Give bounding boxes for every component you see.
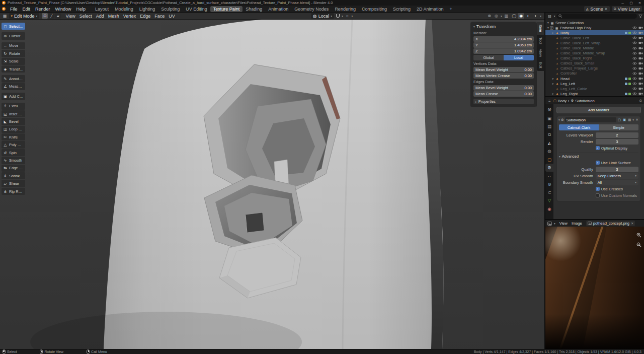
outliner-row[interactable]: ▸ ▲ Leg_Right	[545, 91, 644, 96]
maximize-button[interactable]: ▢	[627, 1, 635, 5]
menu-item[interactable]: Edit	[20, 7, 33, 12]
n-panel-tab[interactable]: View	[537, 46, 544, 59]
edit-mode-display-toggle[interactable]: ▢	[617, 118, 621, 122]
select-mode-button[interactable]: ⊡	[42, 13, 48, 19]
hide-in-viewport-eye-icon[interactable]	[632, 57, 637, 60]
render-display-toggle[interactable]: ▩	[627, 118, 631, 122]
gizmo-toggle-icon[interactable]: ⊕	[487, 14, 492, 18]
menu-item[interactable]: Render	[33, 7, 53, 12]
menu-item[interactable]: Help	[74, 7, 89, 12]
outliner-row[interactable]: ▲ Cable_Back_Left	[545, 35, 644, 40]
properties-tab-modifiers[interactable]: ⚙	[545, 164, 553, 172]
viewport-menu[interactable]: Mesh	[106, 14, 121, 19]
proportional-editing-icon[interactable]: ○	[345, 14, 350, 18]
unlink-image-icon[interactable]: ✕	[631, 222, 633, 226]
workspace-tab[interactable]: Modeling	[112, 6, 136, 12]
outliner-row[interactable]: ▸ ▲ Leg_Left	[545, 81, 644, 86]
disable-in-renders-camera-icon[interactable]	[638, 62, 643, 65]
tool-button[interactable]: ↔ Move	[2, 42, 25, 49]
object-name[interactable]: Cable_Back_Middle	[559, 46, 632, 50]
catmull-clark-button[interactable]: Catmull-Clark	[559, 124, 599, 130]
hide-in-viewport-eye-icon[interactable]	[632, 87, 637, 90]
outliner-search[interactable]	[556, 14, 637, 19]
hide-in-viewport-eye-icon[interactable]	[632, 41, 637, 44]
proportional-dropdown-icon[interactable]: ▾	[352, 15, 353, 18]
zoom-in-icon[interactable]	[636, 233, 641, 238]
hide-in-viewport-eye-icon[interactable]	[632, 92, 637, 95]
disable-in-renders-camera-icon[interactable]	[638, 36, 643, 39]
shading-mode-button[interactable]: ◯	[511, 13, 517, 19]
tool-button[interactable]: ↺ Spin	[2, 149, 25, 156]
global-button[interactable]: Global	[473, 55, 504, 60]
image-editor-menu[interactable]: Image	[570, 221, 584, 226]
tool-button[interactable]: ↻ Rotate	[2, 50, 25, 57]
workspace-tab[interactable]: Lighting	[136, 6, 158, 12]
workspace-tab[interactable]: Texture Paint	[210, 6, 243, 12]
viewport-menu[interactable]: Vertex	[121, 14, 138, 19]
object-name[interactable]: Cable_Back_Left_Wrap	[559, 41, 632, 45]
overlays-toggle-icon[interactable]: ◎	[494, 14, 499, 18]
filter-icon[interactable]	[638, 15, 642, 18]
outliner-row[interactable]: ▾ ✓ ▦ Pothead High Poly	[545, 25, 644, 30]
overlays-dropdown-icon[interactable]: ▾	[501, 15, 502, 18]
object-name[interactable]: Leg_Left	[559, 82, 625, 86]
workspace-tab[interactable]: Animation	[265, 6, 291, 12]
transform-orientation-dropdown[interactable]: ◍ Local ▾	[311, 13, 334, 19]
object-name[interactable]: Pothead High Poly	[559, 26, 632, 30]
n-panel-tab[interactable]: Item	[537, 22, 544, 35]
tool-button[interactable]: ∿ Smooth	[2, 157, 25, 164]
blender-logo-icon[interactable]	[2, 1, 6, 5]
transform-panel-header[interactable]: ▾ Transform	[473, 24, 534, 29]
disable-in-renders-camera-icon[interactable]	[638, 77, 643, 80]
tool-button[interactable]: ⋔ Rip Region	[2, 188, 25, 195]
hide-in-viewport-eye-icon[interactable]	[632, 62, 637, 65]
disable-in-renders-camera-icon[interactable]	[638, 41, 643, 44]
editor-type-icon[interactable]: ▦	[2, 14, 8, 18]
outliner-row[interactable]: ▲ Cables_Frayed_Large	[545, 66, 644, 71]
disclosure-icon[interactable]: ▸	[551, 31, 555, 34]
object-name[interactable]: Controller	[559, 71, 632, 76]
hide-in-viewport-eye-icon[interactable]	[632, 72, 637, 75]
hide-in-viewport-eye-icon[interactable]	[632, 31, 637, 34]
object-name[interactable]: Cables_Back_Small	[559, 61, 632, 65]
object-name[interactable]: Cable_Back_Right	[559, 56, 632, 60]
hide-in-viewport-eye-icon[interactable]	[632, 82, 637, 85]
vertex-data-field[interactable]: Mean Bevel Weight 0.00	[473, 67, 534, 73]
disable-in-renders-camera-icon[interactable]	[638, 31, 643, 34]
xray-toggle-icon[interactable]: ▥	[504, 14, 510, 18]
number-field[interactable]: 2	[596, 132, 638, 138]
disclosure-icon[interactable]: ▸	[551, 92, 555, 95]
object-name[interactable]: Cables_Frayed_Large	[559, 66, 632, 70]
properties-tab-particles[interactable]: ∴	[545, 172, 553, 180]
simple-button[interactable]: Simple	[599, 124, 638, 130]
outliner-row[interactable]: ▲ Cable_Back_Middle	[545, 45, 644, 50]
image-canvas[interactable]	[545, 227, 644, 349]
select-mode-button[interactable]: ▰	[55, 13, 61, 19]
disable-in-renders-camera-icon[interactable]	[638, 26, 643, 29]
search-input[interactable]	[564, 14, 635, 19]
properties-tab-world[interactable]: ◍	[545, 147, 553, 155]
viewport-menu[interactable]: Edge	[138, 14, 152, 19]
tool-button[interactable]: ◈ Transform	[2, 65, 25, 73]
tool-button[interactable]: △ Poly Build	[2, 141, 25, 148]
breadcrumb-modifier[interactable]: Subdivision	[575, 99, 594, 103]
viewport-menu[interactable]: UV	[167, 14, 177, 19]
median-axis-field[interactable]: X 4.2384 cm	[473, 36, 534, 42]
tool-button[interactable]: ◣ Bevel	[2, 118, 25, 125]
shading-mode-button[interactable]: ◐	[525, 13, 531, 19]
hide-in-viewport-eye-icon[interactable]	[632, 77, 637, 80]
properties-tab-physics[interactable]: ⊚	[545, 180, 553, 188]
tool-button[interactable]: ⇕ Shrink/Fatten	[2, 172, 25, 179]
workspace-tab[interactable]: 2D Animation	[414, 6, 447, 12]
viewport-menu[interactable]: Select	[77, 14, 94, 19]
disable-in-renders-camera-icon[interactable]	[638, 87, 643, 90]
minimize-button[interactable]: ─	[618, 1, 627, 5]
workspace-tab[interactable]: Layout	[92, 6, 112, 12]
quality-field[interactable]: 3	[596, 167, 638, 172]
object-name[interactable]: Leg_Right	[559, 92, 625, 96]
tool-button[interactable]: ⊕ Cursor	[2, 32, 25, 39]
hide-in-viewport-eye-icon[interactable]	[632, 52, 637, 55]
use-limit-surface-checkbox[interactable]: ✓	[596, 161, 600, 165]
tool-button[interactable]: ▣ Add Cube	[2, 93, 25, 100]
n-panel-tab[interactable]: Tool	[537, 35, 544, 47]
